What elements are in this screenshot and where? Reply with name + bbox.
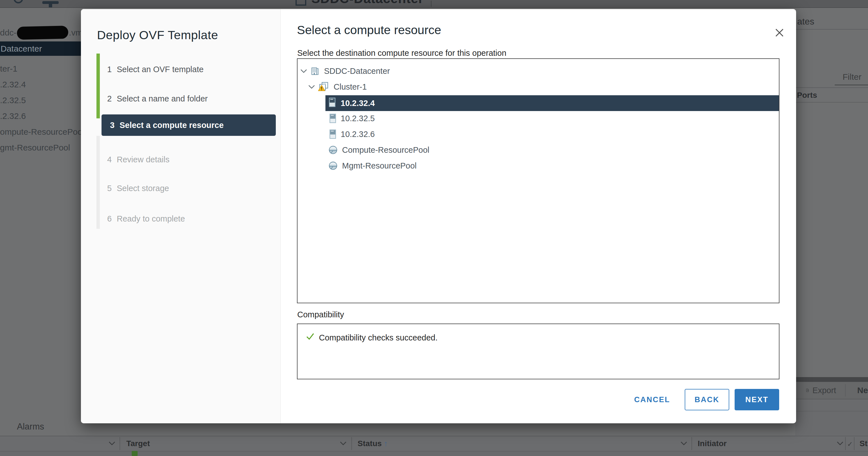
chevron-down-icon (108, 441, 115, 445)
tree-item-label: 10.2.32.6 (341, 130, 375, 139)
divider (796, 102, 868, 103)
back-button[interactable]: BACK (685, 389, 729, 410)
toolbar-icon-fragment (49, 4, 52, 8)
column-divider (691, 437, 692, 450)
chevron-down-icon[interactable] (300, 69, 307, 73)
panel-divider-band (795, 377, 868, 382)
column-divider (351, 437, 352, 450)
step-4-review-details: 4 Review details (81, 153, 281, 166)
step-label: Select storage (117, 184, 169, 193)
step-label: Select a name and folder (117, 94, 208, 103)
column-check-mark: ✓ (847, 440, 853, 448)
close-icon[interactable] (773, 27, 786, 39)
filter-input-underline (835, 85, 868, 86)
host-icon (330, 113, 336, 123)
step-2-select-name-folder[interactable]: 2 Select a name and folder (81, 92, 281, 105)
divider (795, 411, 868, 412)
tab-alarms: Alarms (17, 422, 44, 432)
page-title: SDDC-Datacenter (311, 0, 424, 6)
pager-next-fragment: Ne (857, 386, 868, 395)
tree-item-label: Compute-ResourcePool (342, 145, 429, 155)
step-number: 6 (107, 214, 112, 224)
column-header-status: Status ↑ (358, 439, 388, 448)
step-3-select-compute-resource-active[interactable]: 3 Select a compute resource (101, 115, 276, 136)
nav-vcenter-row: ddc- .vmw (0, 26, 89, 39)
tree-item-mgmt-resourcepool[interactable]: Mgmt-ResourcePool (298, 158, 779, 173)
nav-item-mgmt-rp: gmt-ResourcePool (0, 143, 70, 153)
instruction-text: Select the destination compute resource … (297, 48, 506, 58)
chevron-down-icon[interactable] (308, 85, 315, 89)
tab-updates-fragment: ates (797, 17, 814, 27)
divider (796, 29, 868, 30)
column-header-ports: Ports (797, 91, 817, 100)
step-number: 1 (107, 65, 112, 74)
success-check-icon (305, 331, 315, 342)
step-1-select-ovf-template[interactable]: 1 Select an OVF template (81, 63, 281, 76)
host-icon (329, 98, 336, 109)
dialog-title: Deploy OVF Template (97, 28, 218, 42)
deploy-ovf-template-dialog: Deploy OVF Template 1 Select an OVF temp… (81, 9, 796, 423)
step-label: Ready to complete (117, 214, 185, 224)
resource-pool-icon (329, 145, 338, 155)
page-title-clip: SDDC-Datacenter (293, 0, 434, 7)
chevron-down-icon (340, 441, 347, 445)
compatibility-label: Compatibility (297, 310, 344, 319)
toolbar-icon-fragment (13, 0, 23, 3)
column-header-initiator: Initiator (698, 439, 727, 448)
tree-item-label: 10.2.32.5 (341, 114, 375, 123)
compatibility-box: Compatibility checks succeeded. (297, 324, 779, 379)
sort-ascending-icon: ↑ (384, 439, 388, 448)
nav-item-host2: .2.32.5 (0, 96, 26, 105)
tree-item-host-10-2-32-5[interactable]: 10.2.32.5 (298, 110, 779, 126)
export-toolbar: Export Ne (795, 382, 868, 399)
next-button[interactable]: NEXT (735, 389, 779, 410)
chevron-down-icon (680, 441, 687, 445)
tree-item-host-10-2-32-6[interactable]: 10.2.32.6 (298, 126, 779, 142)
task-status-icon (132, 451, 137, 456)
warning-icon (318, 84, 326, 93)
export-button: Export (812, 386, 836, 395)
tree-item-compute-resourcepool[interactable]: Compute-ResourcePool (298, 142, 779, 158)
chevron-down-icon (837, 441, 843, 445)
divider (845, 384, 845, 396)
redaction-scribble (17, 26, 68, 40)
task-rows-band (795, 399, 868, 435)
column-header-truncated: St (860, 439, 867, 448)
host-icon (330, 129, 336, 139)
tree-item-host-10-2-32-4-selected[interactable]: 10.2.32.4 (326, 95, 779, 111)
nav-item-label: Datacenter (1, 44, 42, 54)
divider (796, 87, 868, 88)
top-toolbar-strip: SDDC-Datacenter (0, 0, 868, 8)
toolbar-icon-fragment (42, 1, 59, 4)
nav-item-host3: .2.32.6 (0, 111, 26, 121)
task-row (0, 452, 868, 456)
step-number: 2 (107, 94, 112, 103)
step-6-ready-to-complete: 6 Ready to complete (81, 212, 281, 225)
tree-item-label: 10.2.32.4 (341, 99, 375, 108)
tree-item-cluster-1[interactable]: Cluster-1 (298, 79, 779, 95)
export-icon (805, 385, 809, 395)
filter-input: Filter (843, 72, 862, 82)
column-divider (854, 437, 855, 450)
nav-item-compute-rp: ompute-ResourcePoo (0, 127, 82, 137)
step-5-select-storage: 5 Select storage (81, 182, 281, 195)
nav-item-cluster: ter-1 (0, 64, 18, 73)
wizard-steps-panel: Deploy OVF Template 1 Select an OVF temp… (81, 9, 281, 423)
compute-resource-tree: SDDC-Datacenter (297, 58, 779, 303)
column-divider (845, 437, 846, 450)
nav-item-host1: .2.32.4 (0, 80, 26, 89)
tree-item-sddc-datacenter[interactable]: SDDC-Datacenter (298, 63, 779, 79)
step-label: Select an OVF template (117, 65, 204, 74)
cluster-icon (318, 82, 329, 92)
pane-heading: Select a compute resource (297, 23, 441, 37)
tree-item-label: SDDC-Datacenter (324, 66, 390, 76)
column-divider (120, 437, 120, 450)
step-label: Select a compute resource (120, 121, 224, 130)
datacenter-icon (296, 0, 306, 6)
compatibility-message: Compatibility checks succeeded. (319, 333, 438, 343)
cancel-button[interactable]: CANCEL (630, 389, 674, 410)
datacenter-icon (310, 67, 319, 75)
nav-item-datacenter-selected: Datacenter (0, 41, 87, 56)
step-number: 4 (107, 155, 112, 164)
column-header-target: Target (126, 439, 150, 448)
